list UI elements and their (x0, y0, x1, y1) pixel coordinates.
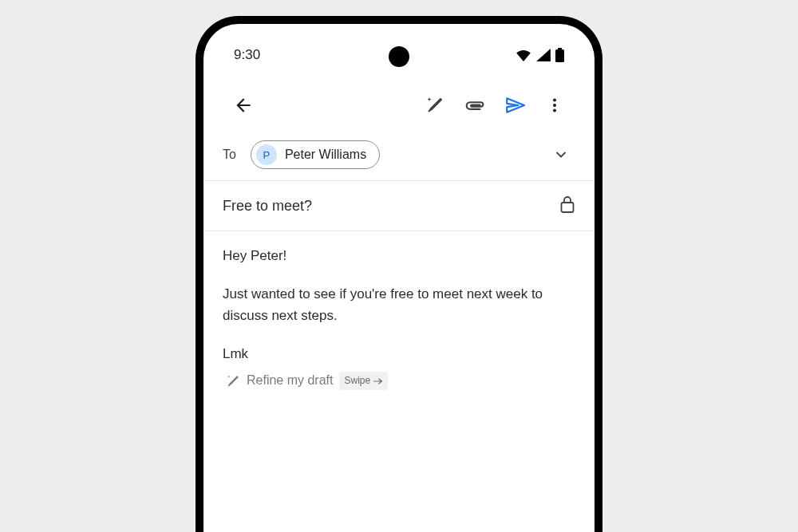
front-camera (389, 46, 409, 67)
svg-point-2 (553, 99, 556, 102)
compose-toolbar (203, 72, 595, 134)
phone-frame: 9:30 (196, 16, 602, 532)
refine-label: Refine my draft (247, 371, 333, 391)
battery-icon (555, 48, 564, 62)
status-icons (516, 48, 564, 62)
svg-rect-0 (558, 48, 562, 49)
send-icon (504, 95, 525, 116)
expand-recipients-button[interactable] (547, 140, 575, 169)
attach-button[interactable] (457, 88, 492, 123)
more-button[interactable] (537, 88, 572, 123)
magic-pencil-icon (226, 374, 240, 388)
svg-rect-5 (562, 203, 574, 212)
refine-draft-prompt[interactable]: Refine my draft Swipe (223, 371, 388, 391)
wifi-icon (516, 49, 531, 61)
chevron-down-icon (553, 147, 569, 163)
status-time: 9:30 (234, 47, 260, 63)
paperclip-icon (464, 95, 485, 116)
subject-field[interactable]: Free to meet? (223, 198, 312, 215)
confidential-mode-button[interactable] (559, 195, 575, 216)
lock-icon (559, 195, 575, 213)
swipe-label: Swipe (344, 373, 370, 388)
body-paragraph: Hey Peter! (223, 246, 575, 266)
magic-write-button[interactable] (417, 88, 452, 123)
back-button[interactable] (226, 88, 261, 123)
magic-pencil-icon (425, 96, 444, 115)
svg-rect-1 (555, 49, 564, 62)
recipient-name: Peter Williams (285, 148, 366, 162)
body-paragraph: Lmk (223, 344, 575, 365)
svg-point-4 (553, 108, 556, 112)
recipient-avatar: P (256, 144, 277, 165)
cell-signal-icon (536, 49, 551, 61)
swipe-hint-badge: Swipe (339, 372, 388, 390)
email-body[interactable]: Hey Peter! Just wanted to see if you're … (203, 231, 595, 409)
subject-row[interactable]: Free to meet? (203, 181, 595, 231)
more-vert-icon (546, 97, 563, 114)
body-paragraph: Just wanted to see if you're free to mee… (223, 284, 575, 326)
to-label: To (223, 148, 236, 162)
recipient-chip[interactable]: P Peter Williams (251, 140, 380, 169)
arrow-left-icon (233, 95, 254, 116)
svg-point-3 (553, 104, 556, 107)
send-button[interactable] (497, 88, 532, 123)
recipients-row[interactable]: To P Peter Williams (203, 134, 595, 180)
arrow-right-icon (373, 377, 383, 385)
